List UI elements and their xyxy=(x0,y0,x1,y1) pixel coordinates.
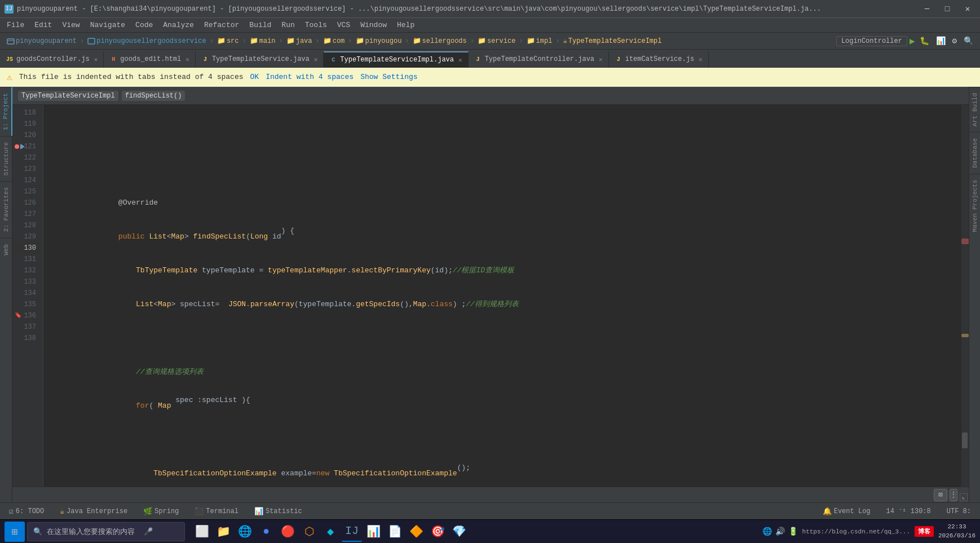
sidebar-panel-web[interactable]: Web xyxy=(1,238,12,261)
line-132: 132 xyxy=(12,265,41,276)
tab-close-goodsedit[interactable]: ✕ xyxy=(186,56,189,63)
taskbar-app-12[interactable]: 🎯 xyxy=(427,522,448,542)
tab-close-goodscontroller[interactable]: ✕ xyxy=(94,56,98,63)
nav-main[interactable]: 📁 main xyxy=(248,36,278,46)
code-editor[interactable]: 118 119 120 121 122 123 124 125 126 127 … xyxy=(12,105,969,487)
nav-com[interactable]: 📁 com xyxy=(321,36,347,46)
resize-handle[interactable]: ◣ xyxy=(960,493,968,501)
sidebar-panel-favorites[interactable]: 2: Favorites xyxy=(1,181,12,237)
nav-project[interactable]: pinyougouparent xyxy=(5,36,79,46)
status-encoding[interactable]: UTF 8: xyxy=(943,506,974,516)
taskbar-app-filemanager[interactable]: 📁 xyxy=(213,522,233,542)
taskbar-app-8[interactable]: ◆ xyxy=(320,522,341,542)
nav-pinyougou[interactable]: 📁 pinyougou xyxy=(354,36,404,46)
code-line-124 xyxy=(43,333,969,344)
menu-build[interactable]: Build xyxy=(245,19,276,32)
volume-icon[interactable]: 🔊 xyxy=(775,527,785,536)
nav-sellergoods[interactable]: 📁 sellergoods xyxy=(410,36,469,46)
art-build-label[interactable]: Art Build xyxy=(969,87,980,132)
info-show-settings-button[interactable]: Show Settings xyxy=(360,73,417,81)
expand-button[interactable]: ⊡ xyxy=(934,489,947,501)
maven-label[interactable]: Maven Projects xyxy=(969,174,980,237)
coverage-button[interactable]: 📊 xyxy=(934,35,948,47)
code-content[interactable]: @Override public List<Map> findSpecList(… xyxy=(43,105,969,487)
js-icon: JS xyxy=(6,55,14,63)
run-button[interactable]: ▶ xyxy=(910,36,915,47)
menu-navigate[interactable]: Navigate xyxy=(86,19,130,32)
start-button[interactable]: ⊞ xyxy=(5,522,25,542)
tab-typeserviceimpl[interactable]: C TypeTemplateServiceImpl.java ✕ xyxy=(324,51,468,67)
tab-typecontroller[interactable]: J TypeTemplateController.java ✕ xyxy=(469,51,609,67)
menu-view[interactable]: View xyxy=(58,19,84,32)
menu-run[interactable]: Run xyxy=(277,19,299,32)
taskbar-app-intellij[interactable]: IJ xyxy=(342,522,362,542)
status-position[interactable]: 14 ⁻¹ 130:8 xyxy=(883,506,934,516)
info-ok-button[interactable]: OK xyxy=(250,73,259,81)
taskbar-app-7[interactable]: ⬡ xyxy=(299,522,319,542)
taskbar-app-edge[interactable]: 🌐 xyxy=(235,522,255,542)
search-everywhere-button[interactable]: 🔍 xyxy=(961,35,975,47)
database-label[interactable]: Database xyxy=(969,132,980,174)
nav-service[interactable]: 📁 service xyxy=(475,36,518,46)
tab-close-typeserviceimpl[interactable]: ✕ xyxy=(458,56,462,64)
line-138: 138 xyxy=(12,333,41,344)
tab-itemcatservice[interactable]: J itemCatService.js ✕ xyxy=(609,51,709,67)
nav-class[interactable]: ☕ TypeTemplateServiceImpl xyxy=(561,36,664,46)
close-button[interactable]: ✕ xyxy=(960,1,975,17)
nav-module[interactable]: pinyougousellergoodsservice xyxy=(85,36,208,46)
line-134: 134 xyxy=(12,288,41,299)
status-event-log[interactable]: 🔔 Event Log xyxy=(819,506,874,517)
nav-java[interactable]: 📁 java xyxy=(284,36,315,46)
menu-window[interactable]: Window xyxy=(356,19,391,32)
taskbar-app-6[interactable]: 🔴 xyxy=(277,522,298,542)
status-spring[interactable]: 🌿 Spring xyxy=(140,506,182,517)
nav-impl[interactable]: 📁 impl xyxy=(524,36,555,46)
tab-close-typecontroller[interactable]: ✕ xyxy=(599,56,603,63)
taskbar-clock[interactable]: 22:33 2026/03/16 xyxy=(938,523,975,540)
menu-analyze[interactable]: Analyze xyxy=(158,19,198,32)
minimize-button[interactable]: ─ xyxy=(919,1,935,17)
status-terminal[interactable]: ⬛ Terminal xyxy=(191,506,242,517)
tab-typeservice[interactable]: J TypeTemplateService.java ✕ xyxy=(196,51,324,67)
menu-vcs[interactable]: VCS xyxy=(333,19,355,32)
nav-src[interactable]: 📁 src xyxy=(215,36,241,46)
tab-goodsedit[interactable]: H goods_edit.html ✕ xyxy=(104,51,196,67)
dots-button[interactable]: ⋮ xyxy=(950,489,957,501)
taskbar-app-11[interactable]: 🔶 xyxy=(406,522,426,542)
debug-button[interactable]: 🐛 xyxy=(917,35,932,47)
maximize-button[interactable]: □ xyxy=(939,1,955,17)
run-config-selector[interactable]: LoginController xyxy=(836,36,907,46)
scrollbar-overview[interactable] xyxy=(961,105,969,487)
tab-close-itemcatservice[interactable]: ✕ xyxy=(699,56,703,63)
status-statistic[interactable]: 📊 Statistic xyxy=(251,506,306,517)
taskbar-app-chrome[interactable]: ● xyxy=(256,522,276,542)
more-run-button[interactable]: ⚙ xyxy=(950,35,959,47)
taskbar-search[interactable]: 🔍 在这里输入您要搜索的内容 🎤 xyxy=(27,522,185,541)
taskbar-app-10[interactable]: 📄 xyxy=(385,522,405,542)
menu-tools[interactable]: Tools xyxy=(301,19,332,32)
menu-edit[interactable]: Edit xyxy=(30,19,56,32)
status-java-enterprise[interactable]: ☕ Java Enterprise xyxy=(56,506,131,517)
network-icon[interactable]: 🌐 xyxy=(762,527,772,536)
breadcrumb-class[interactable]: TypeTemplateServiceImpl xyxy=(18,91,118,101)
taskbar-right: 🌐 🔊 🔋 https://blog.csdn.net/qq_3... 博客 2… xyxy=(762,523,975,540)
menu-file[interactable]: File xyxy=(2,19,29,32)
status-todo[interactable]: ☑ 6: TODO xyxy=(6,506,47,517)
editor-area: 1: Project Structure 2: Favorites Web Ty… xyxy=(0,87,980,502)
taskbar-app-9[interactable]: 📊 xyxy=(363,522,383,542)
line-135: 135 xyxy=(12,299,41,310)
menu-help[interactable]: Help xyxy=(392,19,419,32)
line-122: 122 xyxy=(12,152,41,164)
battery-icon[interactable]: 🔋 xyxy=(788,527,798,536)
menu-refactor[interactable]: Refactor xyxy=(200,19,244,32)
scroll-thumb[interactable] xyxy=(962,432,968,448)
info-indent-button[interactable]: Indent with 4 spaces xyxy=(266,73,354,81)
tab-goodscontroller[interactable]: JS goodsController.js ✕ xyxy=(0,51,104,67)
breadcrumb-method[interactable]: findSpecList() xyxy=(122,91,186,101)
taskbar-app-taskview[interactable]: ⬜ xyxy=(192,522,212,542)
sidebar-panel-structure[interactable]: Structure xyxy=(1,136,12,181)
menu-code[interactable]: Code xyxy=(131,19,157,32)
taskbar-app-13[interactable]: 💎 xyxy=(449,522,469,542)
sidebar-panel-project[interactable]: 1: Project xyxy=(0,87,12,136)
tab-close-typeservice[interactable]: ✕ xyxy=(314,56,318,63)
